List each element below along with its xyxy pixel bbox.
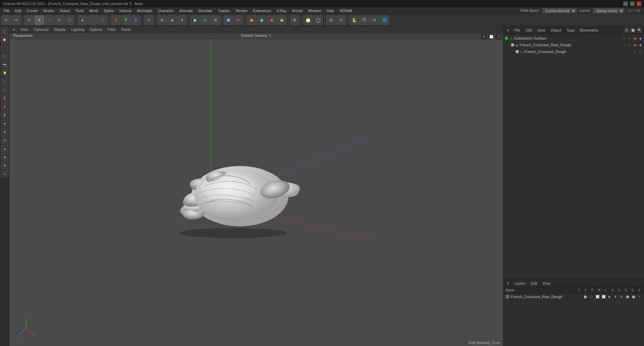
- left-btn-curve[interactable]: ∿: [1, 86, 8, 94]
- render-settings-btn[interactable]: ⚙: [211, 15, 220, 25]
- nodespace-select[interactable]: Current (Arnold): [542, 8, 577, 13]
- obj-row-icon-render2[interactable]: □: [627, 43, 632, 47]
- obj-mgr-edit[interactable]: Edit: [524, 28, 533, 33]
- layer-icon-x[interactable]: ×: [637, 294, 642, 299]
- left-btn-gen[interactable]: ⊟: [1, 136, 8, 144]
- menu-extensions[interactable]: Extensions: [251, 8, 273, 13]
- left-btn-hair[interactable]: ⬗: [1, 153, 8, 161]
- menu-modes[interactable]: Modes: [41, 8, 57, 13]
- menu-tools[interactable]: Tools: [73, 8, 86, 13]
- menu-arnold[interactable]: Arnold: [289, 8, 305, 13]
- obj-row-icon-vis2[interactable]: □: [622, 43, 627, 47]
- viewport[interactable]: ≡ View Cameras Display Lighting Options …: [9, 26, 503, 346]
- layer-icon-s[interactable]: ⬤: [583, 294, 588, 299]
- left-btn-spline[interactable]: ⌒: [1, 44, 8, 52]
- layer-icon-r[interactable]: ⬜: [595, 294, 600, 299]
- menu-3dtoall[interactable]: 3DToAll: [337, 8, 355, 13]
- tool-btn-2[interactable]: ◈: [167, 15, 177, 25]
- obj-row-icon-vis3[interactable]: □: [633, 49, 637, 54]
- obj-mgr-tags[interactable]: Tags: [566, 28, 576, 33]
- left-btn-scene[interactable]: ⊞: [1, 128, 8, 135]
- layers-menu-view[interactable]: View: [541, 281, 552, 286]
- viewport-btn-2[interactable]: ⊟: [336, 15, 346, 25]
- layers-menu-layers[interactable]: Layers: [513, 281, 527, 286]
- scale-btn[interactable]: ⬡: [65, 15, 74, 25]
- layer-icon-m[interactable]: ⬜: [601, 294, 606, 299]
- obj-icon-2[interactable]: ⬤: [630, 27, 636, 33]
- maximize-button[interactable]: □: [630, 1, 635, 6]
- layer-icon-g[interactable]: ⊞: [619, 294, 624, 299]
- render-btn[interactable]: ▶: [191, 15, 200, 25]
- vp-icon-maximize[interactable]: ⬜: [488, 34, 494, 40]
- layers-menu-edit[interactable]: Edit: [529, 281, 538, 286]
- menu-tracker[interactable]: Tracker: [216, 8, 233, 13]
- layer-icon-d[interactable]: ⬤: [625, 294, 630, 299]
- menu-help[interactable]: Help: [324, 8, 336, 13]
- menu-create[interactable]: Create: [24, 8, 40, 13]
- layout-icon-2[interactable]: ▷: [631, 9, 633, 12]
- left-btn-object[interactable]: ⬡: [1, 27, 8, 35]
- obj-row-icon-vis[interactable]: □: [622, 36, 627, 41]
- snap-btn[interactable]: ⊙: [24, 15, 34, 25]
- left-btn-grid[interactable]: ⊞: [1, 162, 8, 169]
- z-axis-btn[interactable]: Z: [131, 15, 141, 25]
- left-btn-fx[interactable]: ⬙: [1, 145, 8, 152]
- edge-mode-btn[interactable]: /: [98, 15, 107, 25]
- add-object-btn[interactable]: +: [144, 15, 154, 25]
- paint-btn[interactable]: ✏: [234, 15, 243, 25]
- material-btn-4[interactable]: ◉: [277, 15, 286, 25]
- sculpt-btn[interactable]: ⬟: [224, 15, 233, 25]
- y-axis-btn[interactable]: Y: [121, 15, 130, 25]
- obj-mgr-file[interactable]: File: [513, 28, 522, 33]
- obj-mgr-bookmarks[interactable]: Bookmarks: [579, 28, 600, 33]
- point-mode-btn[interactable]: ·: [88, 15, 97, 25]
- layout-icon-1[interactable]: ◁: [627, 9, 630, 12]
- world-btn[interactable]: 🌐: [380, 15, 389, 25]
- layout-select[interactable]: Startup (User): [593, 8, 624, 13]
- vp-menu-cameras[interactable]: Cameras: [32, 27, 50, 32]
- material-btn-2[interactable]: ◉: [257, 15, 266, 25]
- align-btn[interactable]: ⊞: [290, 15, 300, 25]
- menu-mograph[interactable]: MoGraph: [135, 8, 155, 13]
- vp-icon-reset[interactable]: ⟳: [481, 34, 487, 40]
- layout-icon-4[interactable]: ⊡: [637, 9, 640, 12]
- layout-icon-3[interactable]: +: [634, 9, 636, 12]
- tool-btn-1[interactable]: ⊕: [157, 15, 167, 25]
- menu-spline[interactable]: Spline: [101, 8, 116, 13]
- left-btn-polygon[interactable]: ⬢: [1, 36, 8, 43]
- layer-icon-l[interactable]: ▶: [607, 294, 612, 299]
- redo-button[interactable]: ↪: [11, 15, 21, 25]
- layer-row-1[interactable]: French_Croissant_Raw_Dough ⬤ □ ⬜ ⬜ ▶ ⬆ ⊞…: [503, 293, 644, 300]
- viewport-btn-1[interactable]: ⊞: [326, 15, 336, 25]
- object-row-subdivision[interactable]: ⬡ Subdivision Surface □ □ ◉ ◉: [503, 35, 644, 42]
- obj-mgr-object[interactable]: Object: [549, 28, 563, 33]
- select-btn[interactable]: ✛: [35, 15, 44, 25]
- vp-icon-layout[interactable]: ⬛: [496, 34, 502, 40]
- obj-icon-search[interactable]: 🔍: [637, 27, 642, 33]
- left-btn-deformer[interactable]: ⬠: [1, 53, 8, 60]
- vp-menu-display[interactable]: Display: [53, 27, 67, 32]
- left-btn-s1[interactable]: $: [1, 95, 8, 102]
- menu-render[interactable]: Render: [233, 8, 250, 13]
- object-mode-btn[interactable]: ●: [78, 15, 87, 25]
- menu-volume[interactable]: Volume: [117, 8, 134, 13]
- layer-icon-v[interactable]: □: [589, 294, 594, 299]
- minimize-button[interactable]: −: [623, 1, 628, 6]
- viewport-canvas[interactable]: Z X Y Grid Spacing : 5 cm: [9, 40, 503, 346]
- menu-file[interactable]: File: [1, 8, 12, 13]
- obj-mgr-view[interactable]: View: [536, 28, 547, 33]
- vp-menu-lighting[interactable]: Lighting: [70, 27, 86, 32]
- x-axis-btn[interactable]: X: [111, 15, 120, 25]
- vp-menu-panel[interactable]: Panel: [120, 27, 132, 32]
- left-btn-tag[interactable]: ⊕: [1, 120, 8, 127]
- light-btn-1[interactable]: ⬤: [303, 15, 313, 25]
- left-btn-s3[interactable]: $: [1, 111, 8, 119]
- settings-btn[interactable]: ⚙: [370, 15, 379, 25]
- menu-edit[interactable]: Edit: [13, 8, 24, 13]
- left-btn-light[interactable]: 💡: [1, 69, 8, 77]
- render-region-btn[interactable]: ▷: [201, 15, 210, 25]
- obj-row-icon-render3[interactable]: □: [638, 49, 643, 54]
- script-btn-2[interactable]: Ⓟ: [360, 15, 369, 25]
- vp-menu-view[interactable]: View: [19, 27, 30, 32]
- material-btn-1[interactable]: ◉: [247, 15, 256, 25]
